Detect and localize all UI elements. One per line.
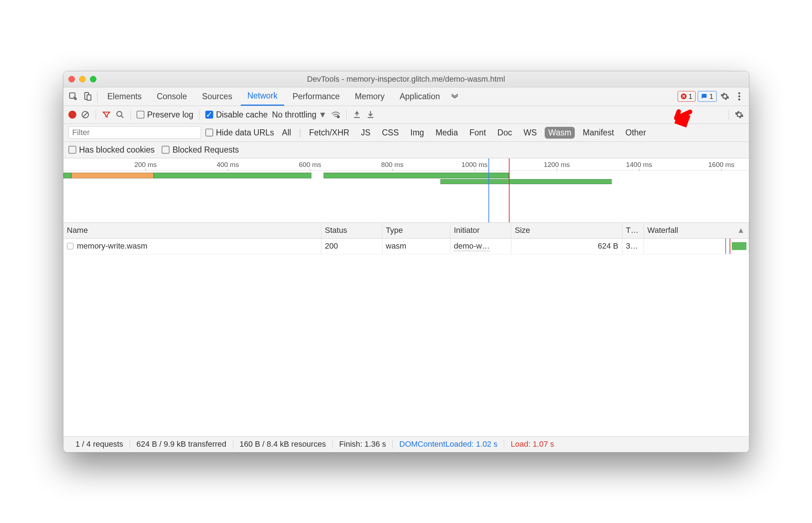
load-marker <box>730 239 730 254</box>
panel-settings-icon[interactable] <box>735 110 744 119</box>
settings-icon[interactable] <box>719 90 731 102</box>
devtools-window: DevTools - memory-inspector.glitch.me/de… <box>63 71 749 452</box>
col-time[interactable]: T… <box>622 223 644 238</box>
divider <box>130 110 131 120</box>
filter-doc[interactable]: Doc <box>494 127 516 139</box>
col-status[interactable]: Status <box>321 223 382 238</box>
blocked-requests-label: Blocked Requests <box>172 145 239 155</box>
table-body: memory-write.wasm 200 wasm demo-w… 624 B… <box>63 239 749 436</box>
window-title: DevTools - memory-inspector.glitch.me/de… <box>63 75 749 84</box>
export-har-icon[interactable] <box>366 110 375 119</box>
import-har-icon[interactable] <box>352 110 362 119</box>
disable-cache-checkbox[interactable]: ✓ Disable cache <box>205 110 268 120</box>
tick-label: 800 ms <box>381 161 403 169</box>
errors-badge[interactable]: ✕ 1 <box>678 91 696 102</box>
tab-network[interactable]: Network <box>241 87 284 106</box>
tab-sources[interactable]: Sources <box>196 87 239 106</box>
filter-img[interactable]: Img <box>407 127 428 139</box>
cell-waterfall <box>644 239 749 254</box>
filter-input[interactable] <box>68 126 201 139</box>
tick-label: 400 ms <box>216 161 239 169</box>
tick-label: 200 ms <box>134 161 157 169</box>
search-icon[interactable] <box>115 110 125 119</box>
kebab-menu-icon[interactable] <box>733 90 745 102</box>
cell-initiator[interactable]: demo-w… <box>450 239 511 254</box>
divider <box>729 110 729 120</box>
filter-ws[interactable]: WS <box>520 127 540 139</box>
network-toolbar-row-1: Preserve log ✓ Disable cache No throttli… <box>63 106 749 124</box>
svg-point-8 <box>337 116 339 118</box>
filter-css[interactable]: CSS <box>378 127 402 139</box>
messages-badge[interactable]: 1 <box>698 91 716 102</box>
clear-button[interactable] <box>81 110 90 119</box>
tab-elements[interactable]: Elements <box>101 87 148 106</box>
error-icon: ✕ <box>681 93 687 99</box>
tick-label: 1000 ms <box>462 161 488 169</box>
filter-fetch-xhr[interactable]: Fetch/XHR <box>305 127 353 139</box>
filter-js[interactable]: JS <box>357 127 374 139</box>
filter-media[interactable]: Media <box>432 127 462 139</box>
file-icon <box>67 243 73 249</box>
network-overview-timeline[interactable]: 200 ms 400 ms 600 ms 800 ms 1000 ms 1200… <box>63 158 749 223</box>
filter-icon[interactable] <box>102 110 111 119</box>
tab-console[interactable]: Console <box>150 87 193 106</box>
tab-performance[interactable]: Performance <box>286 87 347 106</box>
inspect-element-icon[interactable] <box>67 90 79 102</box>
network-status-bar: 1 / 4 requests 624 B / 9.9 kB transferre… <box>63 436 749 452</box>
divider <box>97 91 97 101</box>
col-size[interactable]: Size <box>511 223 622 238</box>
device-mode-icon[interactable] <box>81 90 94 102</box>
divider: | <box>299 128 301 138</box>
more-tabs-icon[interactable] <box>449 90 461 102</box>
svg-point-5 <box>738 99 740 100</box>
blocked-requests-checkbox[interactable]: Blocked Requests <box>162 145 239 155</box>
filter-font[interactable]: Font <box>466 127 489 139</box>
preserve-log-checkbox[interactable]: Preserve log <box>137 110 194 120</box>
waterfall-bar <box>732 242 746 250</box>
messages-count: 1 <box>709 92 713 101</box>
overview-bar <box>71 173 154 178</box>
cell-time: 3… <box>622 239 644 254</box>
tick-label: 1200 ms <box>544 161 570 169</box>
filter-wasm[interactable]: Wasm <box>545 127 575 139</box>
cell-status: 200 <box>321 239 382 254</box>
tick-label: 600 ms <box>299 161 321 169</box>
filter-other[interactable]: Other <box>622 127 650 139</box>
checkbox-icon <box>137 111 144 119</box>
cell-name: memory-write.wasm <box>63 239 321 254</box>
cell-type: wasm <box>382 239 450 254</box>
waterfall-label: Waterfall <box>648 226 678 235</box>
checkbox-icon <box>205 129 213 136</box>
status-load: Load: 1.07 s <box>504 440 560 449</box>
col-type[interactable]: Type <box>382 223 450 238</box>
svg-point-4 <box>738 95 740 97</box>
hide-data-urls-checkbox[interactable]: Hide data URLs <box>205 128 274 138</box>
timeline-ticks: 200 ms 400 ms 600 ms 800 ms 1000 ms 1200… <box>63 158 749 171</box>
table-row[interactable]: memory-write.wasm 200 wasm demo-w… 624 B… <box>63 239 749 254</box>
overview-bar <box>154 173 311 178</box>
network-conditions-icon[interactable] <box>331 110 340 119</box>
divider <box>96 110 96 120</box>
checkbox-icon <box>68 146 76 154</box>
tick-label: 1400 ms <box>626 161 652 169</box>
chevron-down-icon: ▼ <box>319 110 327 120</box>
tab-application[interactable]: Application <box>393 87 446 106</box>
network-filter-row-2: Has blocked cookies Blocked Requests <box>63 142 749 158</box>
col-waterfall[interactable]: Waterfall ▲ <box>644 223 749 238</box>
tab-memory[interactable]: Memory <box>348 87 391 106</box>
network-filter-bar: Hide data URLs All | Fetch/XHR JS CSS Im… <box>63 124 749 142</box>
overview-bar <box>63 173 72 178</box>
dcl-marker <box>725 239 726 254</box>
status-requests: 1 / 4 requests <box>69 440 130 449</box>
col-initiator[interactable]: Initiator <box>450 223 511 238</box>
filter-manifest[interactable]: Manifest <box>579 127 617 139</box>
col-name[interactable]: Name <box>63 223 321 238</box>
message-icon <box>701 93 707 100</box>
overview-bar <box>440 179 612 184</box>
record-button[interactable] <box>68 111 76 119</box>
has-blocked-cookies-checkbox[interactable]: Has blocked cookies <box>68 145 155 155</box>
throttling-select[interactable]: No throttling ▼ <box>272 110 327 120</box>
svg-point-7 <box>117 111 122 116</box>
overview-bar <box>324 173 509 178</box>
filter-all[interactable]: All <box>278 127 295 139</box>
